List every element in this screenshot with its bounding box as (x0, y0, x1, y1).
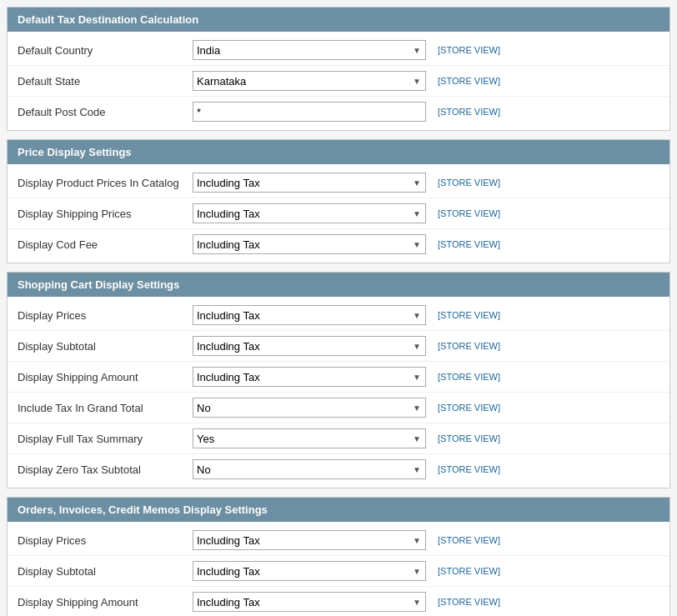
form-control-orders-display-subtotal: Including TaxExcluding TaxIncluding and … (193, 561, 659, 581)
select-wrapper-cart-include-tax-grand: NoYes (193, 398, 426, 418)
form-row-orders-display-prices: Display PricesIncluding TaxExcluding Tax… (8, 525, 669, 556)
section-default-tax: Default Tax Destination CalculationDefau… (7, 7, 670, 131)
form-control-orders-display-prices: Including TaxExcluding TaxIncluding and … (193, 530, 659, 550)
section-shopping-cart: Shopping Cart Display SettingsDisplay Pr… (7, 272, 670, 488)
select-cart-include-tax-grand[interactable]: NoYes (193, 398, 426, 418)
store-view-link-cart-display-shipping[interactable]: [STORE VIEW] (438, 372, 500, 382)
form-control-display-product-prices: Including TaxExcluding TaxIncluding and … (193, 173, 659, 193)
select-wrapper-orders-display-prices: Including TaxExcluding TaxIncluding and … (193, 530, 426, 550)
store-view-link-display-cod-fee[interactable]: [STORE VIEW] (438, 239, 500, 249)
select-default-country[interactable]: IndiaUnited StatesUnited KingdomAustrali… (193, 40, 426, 60)
form-control-default-post-code: [STORE VIEW] (193, 102, 659, 122)
form-row-default-state: Default StateKarnatakaMaharashtraTamil N… (8, 66, 669, 97)
select-wrapper-display-cod-fee: Including TaxExcluding TaxIncluding and … (193, 234, 426, 254)
form-row-orders-display-subtotal: Display SubtotalIncluding TaxExcluding T… (8, 556, 669, 587)
form-row-orders-display-shipping: Display Shipping AmountIncluding TaxExcl… (8, 587, 669, 616)
form-row-default-country: Default CountryIndiaUnited StatesUnited … (8, 35, 669, 66)
form-control-default-country: IndiaUnited StatesUnited KingdomAustrali… (193, 40, 659, 60)
select-orders-display-prices[interactable]: Including TaxExcluding TaxIncluding and … (193, 530, 426, 550)
form-label-display-shipping-prices: Display Shipping Prices (18, 208, 193, 220)
page-wrapper: Default Tax Destination CalculationDefau… (0, 0, 677, 616)
select-wrapper-default-country: IndiaUnited StatesUnited KingdomAustrali… (193, 40, 426, 60)
store-view-link-cart-display-prices[interactable]: [STORE VIEW] (438, 310, 500, 320)
form-label-display-product-prices: Display Product Prices In Catalog (18, 177, 193, 189)
select-wrapper-cart-display-prices: Including TaxExcluding TaxIncluding and … (193, 305, 426, 325)
select-wrapper-cart-display-zero-tax: NoYes (193, 459, 426, 479)
select-orders-display-subtotal[interactable]: Including TaxExcluding TaxIncluding and … (193, 561, 426, 581)
store-view-link-cart-display-zero-tax[interactable]: [STORE VIEW] (438, 464, 500, 474)
form-row-cart-include-tax-grand: Include Tax In Grand TotalNoYes[STORE VI… (8, 393, 669, 423)
form-label-cart-display-shipping: Display Shipping Amount (18, 371, 193, 383)
form-row-default-post-code: Default Post Code[STORE VIEW] (8, 97, 669, 127)
section-orders-invoices: Orders, Invoices, Credit Memos Display S… (7, 497, 670, 616)
form-control-orders-display-shipping: Including TaxExcluding TaxIncluding and … (193, 592, 659, 612)
form-control-default-state: KarnatakaMaharashtraTamil NaduDelhi[STOR… (193, 71, 659, 91)
select-wrapper-orders-display-subtotal: Including TaxExcluding TaxIncluding and … (193, 561, 426, 581)
select-cart-display-shipping[interactable]: Including TaxExcluding TaxIncluding and … (193, 367, 426, 387)
form-row-cart-display-subtotal: Display SubtotalIncluding TaxExcluding T… (8, 331, 669, 362)
form-label-cart-include-tax-grand: Include Tax In Grand Total (18, 402, 193, 414)
section-body-price-display: Display Product Prices In CatalogIncludi… (8, 164, 669, 263)
form-label-display-cod-fee: Display Cod Fee (18, 238, 193, 251)
section-header-orders-invoices: Orders, Invoices, Credit Memos Display S… (8, 498, 669, 522)
select-default-state[interactable]: KarnatakaMaharashtraTamil NaduDelhi (193, 71, 426, 91)
form-label-cart-display-zero-tax: Display Zero Tax Subtotal (18, 463, 193, 476)
form-row-cart-display-shipping: Display Shipping AmountIncluding TaxExcl… (8, 362, 669, 393)
store-view-link-display-product-prices[interactable]: [STORE VIEW] (438, 178, 500, 188)
form-control-cart-display-full-tax: YesNo[STORE VIEW] (193, 428, 659, 448)
select-wrapper-orders-display-shipping: Including TaxExcluding TaxIncluding and … (193, 592, 426, 612)
form-label-default-state: Default State (18, 75, 193, 88)
form-control-cart-display-subtotal: Including TaxExcluding TaxIncluding and … (193, 336, 659, 356)
store-view-link-default-post-code[interactable]: [STORE VIEW] (438, 107, 500, 117)
form-row-cart-display-full-tax: Display Full Tax SummaryYesNo[STORE VIEW… (8, 423, 669, 454)
store-view-link-cart-include-tax-grand[interactable]: [STORE VIEW] (438, 403, 500, 413)
store-view-link-orders-display-shipping[interactable]: [STORE VIEW] (438, 597, 500, 607)
form-label-orders-display-subtotal: Display Subtotal (18, 565, 193, 578)
store-view-link-orders-display-prices[interactable]: [STORE VIEW] (438, 535, 500, 545)
select-display-shipping-prices[interactable]: Including TaxExcluding TaxIncluding and … (193, 203, 426, 223)
section-header-default-tax: Default Tax Destination Calculation (8, 8, 669, 32)
select-display-cod-fee[interactable]: Including TaxExcluding TaxIncluding and … (193, 234, 426, 254)
form-control-display-shipping-prices: Including TaxExcluding TaxIncluding and … (193, 203, 659, 223)
store-view-link-default-state[interactable]: [STORE VIEW] (438, 76, 500, 86)
select-wrapper-cart-display-subtotal: Including TaxExcluding TaxIncluding and … (193, 336, 426, 356)
form-row-cart-display-zero-tax: Display Zero Tax SubtotalNoYes[STORE VIE… (8, 454, 669, 484)
select-wrapper-display-shipping-prices: Including TaxExcluding TaxIncluding and … (193, 203, 426, 223)
select-wrapper-default-state: KarnatakaMaharashtraTamil NaduDelhi (193, 71, 426, 91)
form-label-cart-display-full-tax: Display Full Tax Summary (18, 433, 193, 445)
form-row-display-product-prices: Display Product Prices In CatalogIncludi… (8, 168, 669, 198)
input-default-post-code[interactable] (193, 102, 426, 122)
form-control-cart-include-tax-grand: NoYes[STORE VIEW] (193, 398, 659, 418)
select-wrapper-cart-display-shipping: Including TaxExcluding TaxIncluding and … (193, 367, 426, 387)
select-display-product-prices[interactable]: Including TaxExcluding TaxIncluding and … (193, 173, 426, 193)
form-label-default-country: Default Country (18, 44, 193, 57)
form-label-orders-display-prices: Display Prices (18, 534, 193, 547)
select-orders-display-shipping[interactable]: Including TaxExcluding TaxIncluding and … (193, 592, 426, 612)
store-view-link-cart-display-subtotal[interactable]: [STORE VIEW] (438, 341, 500, 351)
section-price-display: Price Display SettingsDisplay Product Pr… (7, 139, 670, 263)
select-wrapper-cart-display-full-tax: YesNo (193, 428, 426, 448)
form-row-display-cod-fee: Display Cod FeeIncluding TaxExcluding Ta… (8, 229, 669, 259)
form-control-cart-display-prices: Including TaxExcluding TaxIncluding and … (193, 305, 659, 325)
select-cart-display-zero-tax[interactable]: NoYes (193, 459, 426, 479)
form-control-cart-display-shipping: Including TaxExcluding TaxIncluding and … (193, 367, 659, 387)
section-body-shopping-cart: Display PricesIncluding TaxExcluding Tax… (8, 297, 669, 488)
section-body-orders-invoices: Display PricesIncluding TaxExcluding Tax… (8, 522, 669, 616)
section-header-price-display: Price Display Settings (8, 140, 669, 164)
select-wrapper-display-product-prices: Including TaxExcluding TaxIncluding and … (193, 173, 426, 193)
section-body-default-tax: Default CountryIndiaUnited StatesUnited … (8, 32, 669, 130)
form-row-display-shipping-prices: Display Shipping PricesIncluding TaxExcl… (8, 198, 669, 229)
form-control-display-cod-fee: Including TaxExcluding TaxIncluding and … (193, 234, 659, 254)
store-view-link-display-shipping-prices[interactable]: [STORE VIEW] (438, 208, 500, 218)
form-control-cart-display-zero-tax: NoYes[STORE VIEW] (193, 459, 659, 479)
form-row-cart-display-prices: Display PricesIncluding TaxExcluding Tax… (8, 300, 669, 331)
store-view-link-default-country[interactable]: [STORE VIEW] (438, 45, 500, 55)
form-label-cart-display-subtotal: Display Subtotal (18, 340, 193, 353)
store-view-link-cart-display-full-tax[interactable]: [STORE VIEW] (438, 433, 500, 443)
select-cart-display-subtotal[interactable]: Including TaxExcluding TaxIncluding and … (193, 336, 426, 356)
form-label-default-post-code: Default Post Code (18, 106, 193, 118)
form-label-cart-display-prices: Display Prices (18, 309, 193, 322)
store-view-link-orders-display-subtotal[interactable]: [STORE VIEW] (438, 566, 500, 576)
select-cart-display-full-tax[interactable]: YesNo (193, 428, 426, 448)
select-cart-display-prices[interactable]: Including TaxExcluding TaxIncluding and … (193, 305, 426, 325)
